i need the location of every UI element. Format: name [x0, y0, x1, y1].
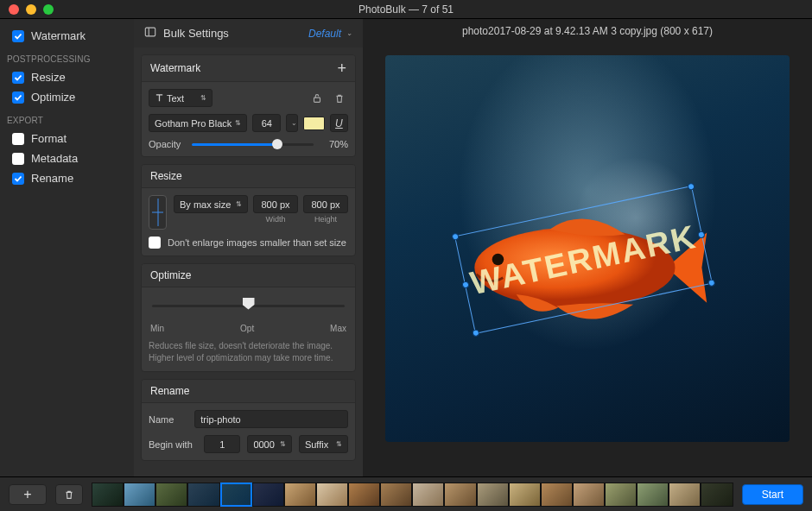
thumbnail-item[interactable] [412, 483, 444, 507]
thumbnail-item[interactable] [573, 483, 605, 507]
resize-handle[interactable] [451, 233, 459, 241]
svg-rect-2 [314, 98, 320, 102]
start-button[interactable]: Start [742, 484, 803, 505]
watermark-type-select[interactable]: Text ⇅ [149, 89, 213, 107]
thumbnail-item[interactable] [541, 483, 573, 507]
card-title: Optimize [150, 269, 191, 281]
thumbnail-item[interactable] [252, 483, 284, 507]
thumbnail-item[interactable] [605, 483, 637, 507]
resize-handle[interactable] [687, 183, 695, 191]
opacity-label: Opacity [149, 139, 183, 149]
unlock-icon[interactable] [308, 90, 326, 107]
dont-enlarge-checkbox[interactable] [149, 237, 161, 249]
thumbnail-item[interactable] [187, 483, 219, 507]
optimize-slider[interactable] [149, 294, 348, 317]
watermark-preview-text: WATERMARK [467, 218, 700, 302]
rename-card: Rename Name Begin with 1 0000⇅ Suffix⇅ [141, 379, 356, 461]
placement-select[interactable]: Suffix⇅ [299, 435, 348, 453]
trash-icon[interactable] [331, 90, 348, 107]
sidebar-item-metadata[interactable]: Metadata [0, 148, 134, 168]
opacity-value: 70% [322, 139, 348, 149]
footer-bar: + Start [0, 476, 812, 511]
sidebar-item-label: Optimize [31, 91, 75, 104]
add-images-button[interactable]: + [9, 484, 47, 505]
sidebar-item-label: Format [31, 132, 67, 145]
slider-thumb[interactable] [243, 298, 255, 310]
checkbox-icon[interactable] [12, 173, 24, 185]
window-title: PhotoBulk — 7 of 51 [0, 3, 812, 16]
svg-rect-0 [145, 28, 155, 36]
sidebar-item-label: Rename [31, 172, 73, 185]
sidebar-item-label: Metadata [31, 152, 78, 165]
thumbnail-item[interactable] [348, 483, 380, 507]
thumbnail-item[interactable] [444, 483, 476, 507]
thumbnail-strip[interactable] [92, 483, 733, 507]
sidebar-item-label: Watermark [31, 29, 86, 42]
begin-with-input[interactable]: 1 [204, 435, 240, 453]
underline-button[interactable]: U [330, 114, 348, 132]
updown-icon: ⇅ [200, 94, 206, 102]
rename-name-input[interactable] [194, 410, 348, 428]
thumbnail-item[interactable] [92, 483, 124, 507]
watermark-card: Watermark + Text ⇅ [141, 54, 356, 157]
text-icon [155, 93, 164, 103]
thumbnail-item[interactable] [637, 483, 669, 507]
close-window-button[interactable] [9, 4, 19, 15]
thumbnail-item[interactable] [155, 483, 187, 507]
checkbox-icon[interactable] [12, 133, 24, 145]
checkbox-icon[interactable] [12, 30, 24, 42]
dont-enlarge-label: Don't enlarge images smaller than set si… [168, 237, 346, 248]
sidebar-item-resize[interactable]: Resize [0, 67, 134, 87]
thumbnail-item[interactable] [509, 483, 541, 507]
sidebar-toggle-icon[interactable] [144, 26, 156, 41]
thumbnail-item[interactable] [284, 483, 316, 507]
sidebar-item-rename[interactable]: Rename [0, 168, 134, 188]
chevron-down-icon: ⌄ [291, 119, 297, 127]
sidebar-item-format[interactable]: Format [0, 129, 134, 148]
preset-dropdown[interactable]: Default ⌄ [308, 28, 352, 40]
color-swatch[interactable] [303, 117, 325, 130]
card-title: Rename [150, 385, 189, 397]
thumbnail-item[interactable] [316, 483, 348, 507]
thumbnail-item[interactable] [220, 483, 252, 507]
checkbox-icon[interactable] [12, 91, 24, 104]
minimize-window-button[interactable] [26, 4, 36, 15]
preview-pane: photo2017-08-29 at 9.42.13 AM 3 copy.jpg… [363, 19, 812, 476]
resize-card: Resize By max size⇅ 800 pxWidth 800 pxHe… [141, 164, 356, 256]
opacity-slider[interactable] [192, 143, 314, 146]
thumbnail-item[interactable] [477, 483, 509, 507]
settings-panel: Bulk Settings Default ⌄ Watermark + Text [134, 19, 363, 476]
thumbnail-item[interactable] [701, 483, 733, 507]
updown-icon: ⇅ [236, 200, 242, 208]
width-input[interactable]: 800 px [253, 195, 298, 213]
delete-images-button[interactable] [55, 484, 83, 505]
sidebar-item-watermark[interactable]: Watermark [0, 26, 134, 46]
thumbnail-item[interactable] [669, 483, 701, 507]
add-watermark-button[interactable]: + [337, 60, 346, 76]
zoom-window-button[interactable] [43, 4, 54, 15]
checkbox-icon[interactable] [12, 72, 24, 84]
thumbnail-item[interactable] [124, 483, 155, 507]
number-format-select[interactable]: 0000⇅ [247, 435, 292, 453]
checkbox-icon[interactable] [12, 153, 24, 165]
anchor-grid[interactable] [149, 195, 167, 230]
optimize-card: Optimize Min Opt Max Reduces file size, … [141, 263, 356, 372]
updown-icon: ⇅ [280, 440, 286, 448]
font-select[interactable]: Gotham Pro Black⇅ [149, 114, 247, 132]
preview-image[interactable]: WATERMARK [385, 55, 790, 442]
thumbnail-item[interactable] [380, 483, 412, 507]
sidebar-item-label: Resize [31, 71, 66, 84]
updown-icon: ⇅ [336, 440, 342, 448]
slider-thumb[interactable] [272, 139, 282, 149]
sidebar-group-heading: EXPORT [0, 107, 134, 129]
font-size-stepper[interactable]: ⌄ [286, 114, 297, 132]
optimize-hint: Reduces file size, doesn't deteriorate t… [149, 340, 348, 364]
sidebar-item-optimize[interactable]: Optimize [0, 87, 134, 107]
sidebar: Watermark POSTPROCESSINGResizeOptimizeEX… [0, 19, 134, 476]
resize-mode-select[interactable]: By max size⇅ [174, 195, 248, 213]
window-titlebar: PhotoBulk — 7 of 51 [0, 0, 812, 19]
font-size-input[interactable]: 64 [252, 114, 281, 132]
sidebar-group-heading: POSTPROCESSING [0, 46, 134, 67]
panel-title: Bulk Settings [163, 27, 229, 40]
height-input[interactable]: 800 px [303, 195, 348, 213]
